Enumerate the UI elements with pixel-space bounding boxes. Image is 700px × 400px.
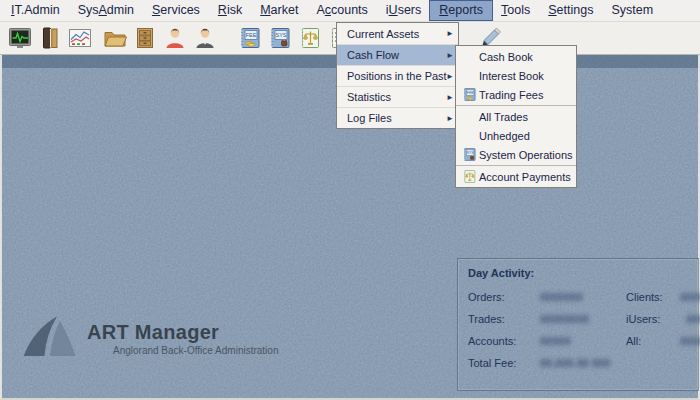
menubar-item-services[interactable]: Services (143, 1, 209, 20)
activity-monitor-icon[interactable] (8, 26, 32, 50)
cashflow-item-unhedged[interactable]: Unhedged (456, 126, 576, 145)
reports-menu-item-current-assets[interactable]: Current Assets ► (337, 23, 458, 44)
cashflow-item-all-trades[interactable]: All Trades (456, 107, 576, 126)
reports-menu-item-cash-flow[interactable]: Cash Flow ► (337, 44, 458, 65)
accounts-value: 88888 (540, 335, 626, 347)
menubar-item-risk[interactable]: Risk (209, 1, 251, 20)
cashflow-submenu: Cash Book Interest Book Trading Fees All… (455, 45, 577, 188)
day-activity-title: Day Activity: (468, 267, 698, 279)
trades-value: 88888888 (540, 313, 626, 325)
total-fee-value: 88,888.88 888 (540, 357, 626, 369)
iusers-label: iUsers: (626, 313, 680, 325)
submenu-arrow-icon: ► (446, 29, 454, 38)
iusers-value: 888 (680, 313, 700, 325)
submenu-arrow-icon: ► (446, 51, 454, 60)
file-cabinet-icon[interactable] (133, 26, 157, 50)
fee-book-icon[interactable] (238, 26, 262, 50)
submenu-arrow-icon: ► (446, 72, 454, 81)
submenu-arrow-icon: ► (446, 93, 454, 102)
menu-separator (456, 105, 576, 106)
orders-label: Orders: (468, 291, 540, 303)
menubar-item-tools[interactable]: Tools (492, 1, 539, 20)
menubar-item-itadmin[interactable]: IT.Admin (2, 1, 69, 20)
clients-label: Clients: (626, 291, 680, 303)
client-user-icon[interactable] (163, 26, 187, 50)
system-book-icon[interactable] (268, 26, 292, 50)
menubar-item-accounts[interactable]: Accounts (307, 1, 376, 20)
app-branding: ART Manager Anglorand Back-Office Admini… (20, 313, 278, 361)
cashflow-item-interest-book[interactable]: Interest Book (456, 66, 576, 85)
art-logo-swoosh (20, 313, 78, 361)
menubar-item-market[interactable]: Market (251, 1, 307, 20)
accounts-label: Accounts: (468, 335, 540, 347)
app-title: ART Manager (87, 321, 278, 344)
menubar-item-reports[interactable]: Reports (430, 1, 492, 20)
cashflow-item-trading-fees[interactable]: Trading Fees (456, 85, 576, 104)
balance-book-icon[interactable] (298, 26, 322, 50)
admin-user-icon[interactable] (193, 26, 217, 50)
all-label: All: (626, 335, 680, 347)
reports-menu-item-log-files[interactable]: Log Files ► (337, 107, 458, 128)
menubar-item-system[interactable]: System (602, 1, 662, 20)
system-operations-icon (459, 147, 479, 162)
day-activity-panel: Day Activity: Orders: 8888888 Clients: 8… (457, 258, 699, 391)
cashflow-item-cash-book[interactable]: Cash Book (456, 47, 576, 66)
menu-separator (456, 165, 576, 166)
submenu-arrow-icon: ► (446, 114, 454, 123)
app-subtitle: Anglorand Back-Office Administration (113, 345, 278, 356)
cashflow-item-account-payments[interactable]: Account Payments (456, 167, 576, 186)
trades-label: Trades: (468, 313, 540, 325)
ledger-book-icon[interactable] (38, 26, 62, 50)
market-chart-icon[interactable] (68, 26, 92, 50)
app-window: FEE SYS (0, 0, 700, 400)
menubar-item-settings[interactable]: Settings (539, 1, 602, 20)
account-payments-icon (459, 169, 479, 184)
trading-fees-icon (459, 87, 479, 102)
cashflow-item-system-operations[interactable]: System Operations (456, 145, 576, 164)
reports-dropdown: Current Assets ► Cash Flow ► Positions i… (336, 22, 459, 129)
menubar: IT.Admin SysAdmin Services Risk Market A… (0, 0, 700, 22)
all-value: 8888 (680, 335, 700, 347)
folder-icon[interactable] (103, 26, 127, 50)
menubar-item-sysadmin[interactable]: SysAdmin (69, 1, 143, 20)
reports-menu-item-statistics[interactable]: Statistics ► (337, 86, 458, 107)
orders-value: 8888888 (540, 291, 626, 303)
menubar-item-iusers[interactable]: iUsers (377, 1, 430, 20)
clients-value: 8888 (680, 291, 700, 303)
total-fee-label: Total Fee: (468, 357, 540, 369)
reports-menu-item-positions-in-the-past[interactable]: Positions in the Past ► (337, 65, 458, 86)
